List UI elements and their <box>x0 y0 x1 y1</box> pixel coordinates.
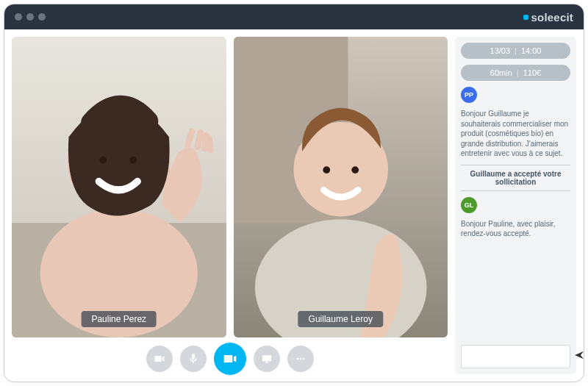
window-close-dot[interactable] <box>15 13 22 21</box>
title-bar: soleecit <box>4 4 584 29</box>
chat-input-row <box>461 345 570 368</box>
camera-toggle-button[interactable] <box>146 346 173 372</box>
nameplate-1: Pauline Perez <box>81 311 157 327</box>
svg-point-4 <box>99 157 107 164</box>
call-controls <box>12 337 448 374</box>
send-icon <box>573 349 584 361</box>
app-window: soleecit <box>4 4 584 382</box>
meeting-time: 14:00 <box>521 46 542 55</box>
chat-input[interactable] <box>467 352 569 361</box>
video-area: Pauline Perez <box>12 37 448 374</box>
content: Pauline Perez <box>4 29 584 382</box>
video-tile-2[interactable]: Guillaume Leroy <box>234 37 448 337</box>
nameplate-2: Guillaume Leroy <box>298 311 383 327</box>
meeting-datetime-pill: 13/03 | 14:00 <box>461 43 570 59</box>
avatar-pp: PP <box>461 87 477 103</box>
meeting-price-pill: 60min | 110€ <box>461 65 570 81</box>
video-icon <box>223 351 237 366</box>
window-max-dot[interactable] <box>38 13 46 21</box>
video-placeholder-1 <box>12 37 226 337</box>
more-options-button[interactable] <box>287 346 314 372</box>
svg-point-11 <box>351 166 359 174</box>
svg-point-15 <box>299 358 301 360</box>
chat-sidebar: 13/03 | 14:00 60min | 110€ PP Bonjour Gu… <box>455 37 576 374</box>
meeting-duration: 60min <box>490 68 512 77</box>
chat-message-2: Bonjour Pauline, avec plaisir, rendez-vo… <box>461 219 570 239</box>
brand-logo: soleecit <box>523 11 573 24</box>
camera-icon <box>154 353 165 365</box>
screen-share-button[interactable] <box>254 346 280 372</box>
svg-point-16 <box>302 358 304 360</box>
window-min-dot[interactable] <box>26 13 34 21</box>
window-controls <box>15 13 46 21</box>
svg-point-10 <box>323 166 330 174</box>
meeting-price: 110€ <box>523 68 541 77</box>
svg-point-14 <box>296 358 298 360</box>
svg-rect-12 <box>262 355 271 361</box>
meeting-date: 13/03 <box>490 46 511 55</box>
video-tile-1[interactable]: Pauline Perez <box>12 37 226 337</box>
screen-icon <box>261 353 273 365</box>
mic-icon <box>187 353 199 365</box>
video-call-button[interactable] <box>214 343 246 375</box>
svg-rect-13 <box>265 362 268 362</box>
send-button[interactable] <box>573 349 584 364</box>
chat-message-1: Bonjour Guillaume je souhaiterais commer… <box>461 109 570 159</box>
video-tiles: Pauline Perez <box>12 37 448 337</box>
svg-point-5 <box>129 157 137 164</box>
avatar-gl: GL <box>461 197 477 213</box>
video-placeholder-2 <box>234 37 448 337</box>
mic-toggle-button[interactable] <box>180 346 207 372</box>
chat-system-message: Guillaume a accepté votre sollicitation <box>461 165 570 191</box>
chat-log: PP Bonjour Guillaume je souhaiterais com… <box>461 87 570 339</box>
more-icon <box>295 353 306 365</box>
